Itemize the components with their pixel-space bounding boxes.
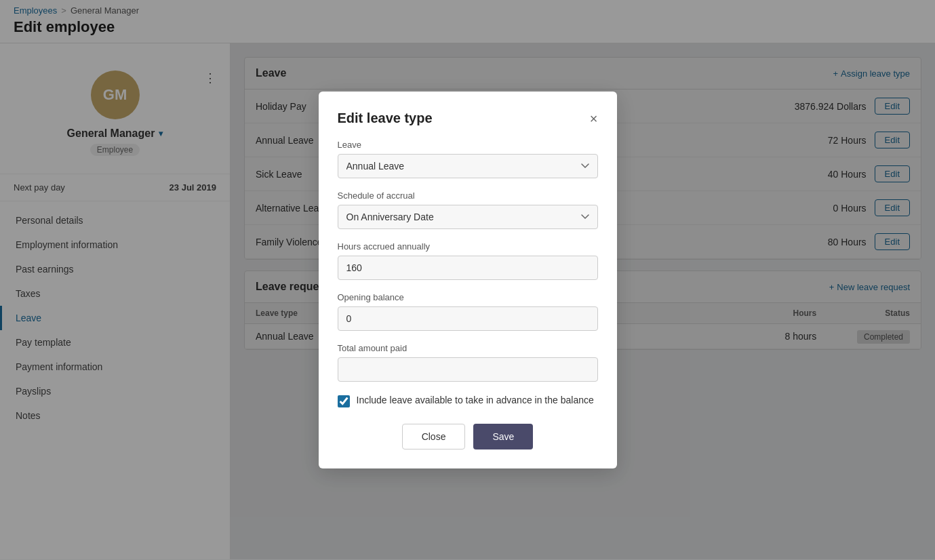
hours-annually-label: Hours accrued annually xyxy=(338,241,598,252)
total-paid-label: Total amount paid xyxy=(338,343,598,353)
modal-title: Edit leave type xyxy=(338,111,433,126)
hours-annually-input[interactable] xyxy=(338,256,598,280)
modal-header: Edit leave type × xyxy=(338,111,598,126)
schedule-label: Schedule of accrual xyxy=(338,191,598,201)
modal-overlay: Edit leave type × Leave Annual Leave Hol… xyxy=(0,0,935,559)
checkbox-group: Include leave available to take in advan… xyxy=(338,394,598,407)
schedule-select[interactable]: On Anniversary Date Each Pay Period Begi… xyxy=(338,205,598,229)
advance-checkbox[interactable] xyxy=(338,395,350,407)
modal-actions: Close Save xyxy=(338,424,598,449)
opening-balance-field-group: Opening balance xyxy=(338,292,598,331)
modal-close-button[interactable]: × xyxy=(590,112,598,125)
leave-select[interactable]: Annual Leave Holiday Pay Sick Leave Alte… xyxy=(338,154,598,178)
schedule-field-group: Schedule of accrual On Anniversary Date … xyxy=(338,191,598,229)
total-paid-input[interactable] xyxy=(338,357,598,382)
opening-balance-label: Opening balance xyxy=(338,292,598,302)
total-paid-field-group: Total amount paid xyxy=(338,343,598,382)
hours-annually-field-group: Hours accrued annually xyxy=(338,241,598,280)
save-button[interactable]: Save xyxy=(473,424,533,449)
opening-balance-input[interactable] xyxy=(338,306,598,331)
leave-field-group: Leave Annual Leave Holiday Pay Sick Leav… xyxy=(338,140,598,178)
edit-leave-type-modal: Edit leave type × Leave Annual Leave Hol… xyxy=(319,92,617,468)
advance-checkbox-label: Include leave available to take in advan… xyxy=(357,394,594,407)
close-button[interactable]: Close xyxy=(402,424,466,449)
leave-label: Leave xyxy=(338,140,598,150)
